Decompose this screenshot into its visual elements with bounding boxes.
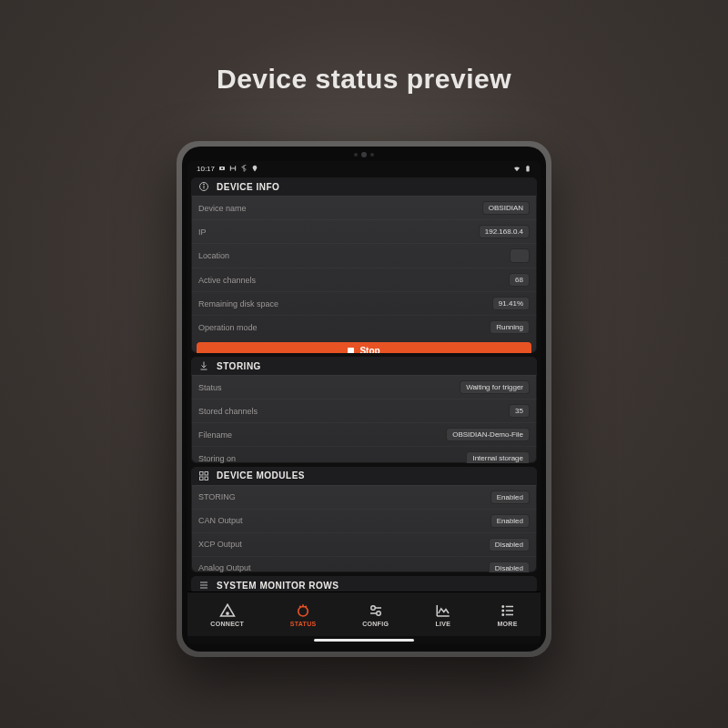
label: Device name — [198, 204, 247, 213]
battery-icon — [524, 165, 531, 172]
label: Filename — [198, 430, 232, 440]
svg-rect-7 — [200, 471, 204, 475]
value-pill: 91.41% — [492, 297, 530, 310]
value-pill: 68 — [509, 273, 530, 287]
card-storing: STORING Status Waiting for trigger Store… — [191, 357, 537, 462]
nav-label: CONNECT — [210, 621, 244, 627]
row-stored-channels: Stored channels 35 — [191, 399, 537, 422]
tablet-bezel: 10:17 — [182, 147, 546, 652]
label: Storing on — [198, 454, 236, 463]
value-pill: Disabled — [489, 561, 530, 572]
nav-status[interactable]: STATUS — [290, 602, 317, 627]
label: Operation mode — [198, 323, 258, 332]
svg-point-6 — [204, 184, 205, 185]
row-mode: Operation mode Running — [191, 315, 537, 339]
row-ip: IP 192.168.0.4 — [191, 219, 537, 243]
stop-button[interactable]: Stop — [197, 342, 531, 353]
camera-icon — [218, 165, 226, 172]
nav-live[interactable]: LIVE — [435, 602, 451, 627]
live-icon — [435, 602, 451, 619]
row-module-storing: STORING Enabled — [191, 485, 537, 509]
svg-rect-3 — [527, 165, 528, 166]
svg-rect-10 — [205, 477, 208, 480]
svg-rect-9 — [200, 477, 204, 480]
android-statusbar: 10:17 — [187, 161, 541, 176]
nav-label: LIVE — [435, 621, 450, 627]
page-title: Device status preview — [0, 64, 728, 95]
row-storing-on: Storing on Internal storage — [191, 446, 537, 462]
svg-point-17 — [370, 605, 375, 610]
nav-label: STATUS — [290, 621, 317, 627]
screen: 10:17 — [187, 161, 541, 644]
stop-icon — [348, 348, 354, 353]
row-disk: Remaining disk space 91.41% — [191, 291, 537, 315]
label: Active channels — [198, 276, 256, 285]
content-scroll: DEVICE INFO Device name OBSIDIAN IP 192.… — [187, 176, 541, 592]
value-pill — [510, 248, 530, 263]
label: Location — [198, 251, 229, 260]
connect-icon — [219, 602, 236, 619]
card-title: STORING — [217, 361, 261, 371]
nav-config[interactable]: CONFIG — [362, 602, 389, 627]
card-header-device-info: DEVICE INFO — [191, 177, 537, 196]
svg-rect-8 — [205, 471, 208, 475]
card-modules: DEVICE MODULES STORING Enabled CAN Outpu… — [191, 467, 537, 572]
value-pill: 192.168.0.4 — [479, 225, 530, 238]
tablet-frame: 10:17 — [177, 141, 551, 657]
value-pill: OBSIDIAN — [482, 201, 530, 215]
label: XCP Output — [198, 540, 242, 549]
link-icon — [229, 165, 237, 172]
label: Stored channels — [198, 407, 258, 416]
status-time: 10:17 — [197, 165, 215, 173]
config-icon — [368, 602, 384, 619]
bottom-nav: CONNECT STATUS CONFIG — [187, 592, 541, 636]
row-storing-status: Status Waiting for trigger — [191, 375, 537, 399]
row-filename: Filename OBSIDIAN-Demo-File — [191, 422, 537, 446]
label: Analog Output — [198, 563, 251, 572]
more-icon — [500, 602, 516, 619]
card-header-sysmon: SYSTEM MONITOR ROWS — [191, 576, 537, 592]
card-header-modules: DEVICE MODULES — [191, 467, 537, 485]
card-device-info: DEVICE INFO Device name OBSIDIAN IP 192.… — [191, 177, 537, 353]
menu-icon — [198, 580, 209, 591]
row-location: Location — [191, 243, 537, 268]
svg-rect-2 — [526, 166, 529, 171]
card-sysmon: SYSTEM MONITOR ROWS — [191, 576, 537, 592]
wifi-icon — [513, 165, 521, 172]
nav-more[interactable]: MORE — [497, 602, 517, 627]
svg-point-18 — [376, 611, 380, 615]
nav-label: CONFIG — [362, 621, 389, 627]
value-pill: OBSIDIAN-Demo-File — [446, 428, 530, 441]
location-icon — [251, 165, 258, 172]
row-device-name: Device name OBSIDIAN — [191, 196, 537, 219]
value-pill: Enabled — [490, 514, 530, 528]
value-pill: Disabled — [489, 538, 530, 551]
row-module-analog: Analog Output Disabled — [191, 556, 537, 572]
value-pill: Internal storage — [466, 451, 530, 462]
info-icon — [198, 181, 209, 192]
value-pill: 35 — [509, 404, 530, 418]
label: STORING — [198, 492, 236, 501]
value-pill: Running — [490, 320, 530, 334]
svg-point-19 — [502, 605, 504, 607]
stop-label: Stop — [359, 346, 379, 353]
bluetooth-icon — [240, 165, 248, 172]
download-icon — [198, 360, 209, 371]
card-header-storing: STORING — [191, 357, 537, 375]
label: Remaining disk space — [198, 299, 278, 308]
svg-point-15 — [227, 612, 228, 613]
home-indicator[interactable] — [314, 639, 414, 642]
value-pill: Enabled — [490, 490, 530, 504]
label: IP — [198, 228, 207, 237]
card-title: DEVICE INFO — [217, 182, 279, 192]
card-title: SYSTEM MONITOR ROWS — [217, 581, 339, 591]
svg-point-21 — [502, 610, 504, 612]
nav-label: MORE — [497, 621, 517, 627]
svg-point-23 — [502, 613, 504, 615]
label: Status — [198, 383, 222, 392]
row-active-channels: Active channels 68 — [191, 268, 537, 291]
nav-connect[interactable]: CONNECT — [210, 602, 244, 627]
row-module-xcp: XCP Output Disabled — [191, 532, 537, 556]
front-camera — [354, 152, 374, 157]
label: CAN Output — [198, 516, 243, 525]
